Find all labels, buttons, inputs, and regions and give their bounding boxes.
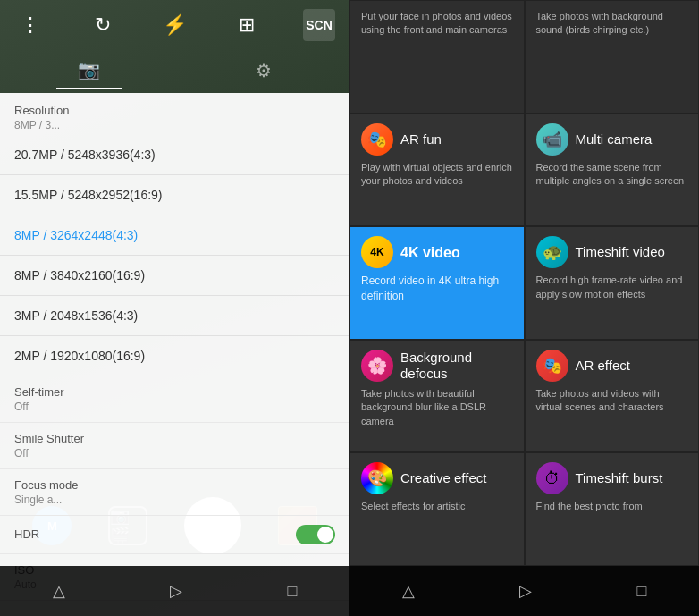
- feature-face-photos-desc: Put your face in photos and videos using…: [361, 10, 513, 38]
- features-grid: Put your face in photos and videos using…: [350, 0, 699, 566]
- feature-bg-defocus-desc: Take photos with beautiful background bl…: [361, 387, 513, 428]
- flash-icon[interactable]: ⚡: [159, 9, 191, 41]
- home-button[interactable]: ▷: [170, 581, 182, 601]
- feature-multi-camera[interactable]: 📹 Multi camera Record the same scene fro…: [525, 114, 700, 227]
- menu-icon[interactable]: ⋮: [14, 9, 46, 41]
- right-back-button[interactable]: △: [402, 581, 415, 601]
- feature-timeshift-burst-header: ⏱ Timeshift burst: [536, 462, 688, 494]
- feature-multi-camera-header: 📹 Multi camera: [536, 123, 688, 156]
- left-panel: ⋮ ↻ ⚡ ⊞ SCN 📷 ⚙ Resolution 8MP / 3... 20…: [0, 0, 350, 616]
- feature-ar-fun-name: AR fun: [400, 131, 442, 148]
- tab-camera[interactable]: 📷: [56, 52, 122, 89]
- feature-timeshift-burst-name: Timeshift burst: [576, 470, 663, 486]
- resolution-option-0[interactable]: 20.7MP / 5248x3936(4:3): [0, 135, 350, 175]
- creative-effect-icon: 🎨: [361, 462, 393, 494]
- ar-fun-icon: 🎭: [361, 123, 393, 156]
- feature-background-sound-desc: Take photos with background sound (birds…: [536, 10, 688, 38]
- feature-ar-fun[interactable]: 🎭 AR fun Play with virtual objects and e…: [350, 114, 525, 227]
- feature-ar-effect-header: 🎭 AR effect: [536, 350, 688, 382]
- resolution-option-1[interactable]: 15.5MP / 5248x2952(16:9): [0, 175, 350, 215]
- 4k-icon: 4K: [361, 236, 393, 268]
- right-home-button[interactable]: ▷: [519, 581, 532, 601]
- hdr-row[interactable]: HDR: [0, 516, 350, 554]
- resolution-option-4[interactable]: 3MP / 2048x1536(4:3): [0, 296, 350, 336]
- self-timer-row[interactable]: Self-timer Off: [0, 376, 350, 423]
- camera-rotate-icon[interactable]: ↻: [87, 9, 119, 41]
- resolution-option-5[interactable]: 2MP / 1920x1080(16:9): [0, 336, 350, 376]
- feature-ar-fun-desc: Play with virtual objects and enrich you…: [361, 161, 513, 189]
- resolution-current-value: 8MP / 3...: [14, 119, 335, 131]
- multi-camera-icon: 📹: [536, 123, 568, 156]
- resolution-option-2[interactable]: 8MP / 3264x2448(4:3): [0, 215, 350, 256]
- resolution-label: Resolution: [14, 104, 335, 117]
- feature-bg-defocus-name: Background defocus: [400, 350, 513, 382]
- resolution-section: Resolution 8MP / 3...: [0, 93, 350, 135]
- feature-multi-camera-desc: Record the same scene from multiple angl…: [536, 161, 688, 189]
- timeshift-burst-icon: ⏱: [536, 462, 568, 494]
- top-toolbar: ⋮ ↻ ⚡ ⊞ SCN: [0, 0, 350, 50]
- feature-timeshift-video[interactable]: 🐢 Timeshift video Record high frame-rate…: [525, 226, 700, 340]
- focus-mode-row[interactable]: Focus mode Single a...: [0, 469, 350, 516]
- timeshift-video-icon: 🐢: [536, 236, 568, 268]
- focus-mode-label: Focus mode: [14, 478, 335, 492]
- smile-shutter-value: Off: [14, 447, 335, 460]
- bg-defocus-icon: 🌸: [361, 350, 393, 382]
- feature-timeshift-burst-desc: Find the best photo from: [536, 500, 688, 513]
- grid-icon[interactable]: ⊞: [231, 9, 263, 41]
- feature-4k-name: 4K video: [400, 244, 460, 261]
- feature-creative-effect[interactable]: 🎨 Creative effect Select effects for art…: [350, 452, 525, 566]
- feature-background-sound[interactable]: Take photos with background sound (birds…: [525, 0, 700, 114]
- feature-face-photos[interactable]: Put your face in photos and videos using…: [350, 0, 525, 114]
- feature-ar-effect[interactable]: 🎭 AR effect Take photos and videos with …: [525, 340, 700, 453]
- feature-ar-effect-desc: Take photos and videos with virtual scen…: [536, 387, 688, 415]
- scn-button[interactable]: SCN: [303, 9, 335, 41]
- feature-bg-defocus-header: 🌸 Background defocus: [361, 350, 513, 382]
- resolution-option-3[interactable]: 8MP / 3840x2160(16:9): [0, 256, 350, 296]
- right-panel: Put your face in photos and videos using…: [350, 0, 699, 616]
- tab-settings[interactable]: ⚙: [234, 53, 293, 89]
- feature-4k-header: 4K 4K video: [361, 236, 513, 268]
- feature-ar-effect-name: AR effect: [576, 358, 630, 374]
- feature-timeshift-video-name: Timeshift video: [576, 244, 665, 260]
- feature-creative-header: 🎨 Creative effect: [361, 462, 513, 494]
- feature-creative-desc: Select effects for artistic: [361, 500, 513, 513]
- right-recents-button[interactable]: □: [636, 582, 646, 601]
- recents-button[interactable]: □: [287, 582, 297, 601]
- self-timer-label: Self-timer: [14, 385, 335, 399]
- feature-timeshift-video-desc: Record high frame-rate video and apply s…: [536, 274, 688, 301]
- ar-effect-icon: 🎭: [536, 350, 568, 382]
- right-bottom-nav: △ ▷ □: [350, 566, 699, 616]
- feature-creative-name: Creative effect: [400, 470, 486, 486]
- focus-mode-value: Single a...: [14, 494, 335, 506]
- feature-4k-video[interactable]: 4K 4K video Record video in 4K ultra hig…: [350, 226, 525, 340]
- feature-ar-fun-header: 🎭 AR fun: [361, 123, 513, 156]
- left-bottom-nav: △ ▷ □: [0, 566, 350, 616]
- feature-4k-desc: Record video in 4K ultra high definition: [361, 274, 513, 304]
- feature-multi-camera-name: Multi camera: [576, 131, 653, 148]
- smile-shutter-label: Smile Shutter: [14, 432, 335, 445]
- self-timer-value: Off: [14, 401, 335, 413]
- back-button[interactable]: △: [53, 581, 65, 601]
- hdr-toggle[interactable]: [296, 525, 335, 544]
- feature-timeshift-burst[interactable]: ⏱ Timeshift burst Find the best photo fr…: [525, 452, 700, 566]
- hdr-toggle-knob: [317, 527, 333, 543]
- smile-shutter-row[interactable]: Smile Shutter Off: [0, 423, 350, 469]
- mode-tabs: 📷 ⚙: [0, 50, 350, 93]
- feature-bg-defocus[interactable]: 🌸 Background defocus Take photos with be…: [350, 340, 525, 453]
- hdr-label: HDR: [14, 527, 39, 541]
- feature-timeshift-video-header: 🐢 Timeshift video: [536, 236, 688, 268]
- dropdown-menu: Resolution 8MP / 3... 20.7MP / 5248x3936…: [0, 93, 350, 616]
